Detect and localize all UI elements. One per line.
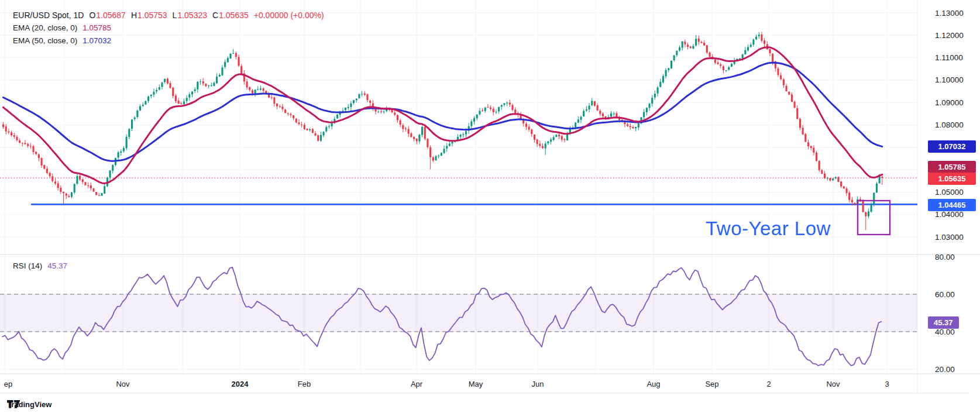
tradingview-logo-icon bbox=[7, 400, 20, 409]
ema50-label: EMA (50, close, 0) bbox=[13, 36, 77, 45]
rsi-axis-label: 60.00 bbox=[935, 290, 955, 299]
two-year-low-annotation[interactable]: Two-Year Low bbox=[706, 218, 831, 240]
price-axis-label: 1.12000 bbox=[935, 31, 964, 40]
candlestick-series bbox=[2, 32, 883, 230]
ema50-legend-row[interactable]: EMA (50, close, 0) 1.07032 bbox=[13, 36, 111, 45]
ema20-line bbox=[4, 47, 882, 184]
rsi-axis-label: 40.00 bbox=[935, 328, 955, 336]
low-label: L bbox=[173, 11, 177, 20]
price-axis-label: 1.13000 bbox=[935, 9, 964, 18]
time-axis-label: Jun bbox=[532, 380, 544, 388]
time-axis-label: Nov bbox=[826, 380, 840, 388]
rsi-legend-row[interactable]: RSI (14) 45.37 bbox=[13, 261, 67, 270]
time-axis-label: Nov bbox=[116, 380, 130, 388]
time-axis-label: May bbox=[469, 380, 483, 388]
ema20-legend-row[interactable]: EMA (20, close, 0) 1.05785 bbox=[13, 23, 111, 32]
tradingview-logo[interactable]: TradingView bbox=[7, 400, 51, 409]
time-axis-label: Aug bbox=[647, 380, 660, 388]
axis-badge: 1.07032 bbox=[928, 140, 976, 153]
time-axis-label: 2 bbox=[766, 380, 771, 388]
axis-badge: 1.04465 bbox=[928, 199, 976, 211]
rsi-axis-label: 80.00 bbox=[935, 253, 955, 261]
price-axis-label: 1.03000 bbox=[935, 233, 964, 242]
symbol-title: EUR/USD Spot, 1D bbox=[13, 11, 84, 20]
price-axis-label: 1.08000 bbox=[935, 121, 964, 129]
time-axis-label: Sep bbox=[705, 380, 718, 388]
high-value: 1.05753 bbox=[137, 11, 167, 20]
close-value: 1.05635 bbox=[219, 11, 249, 20]
ema50-value: 1.07032 bbox=[82, 36, 111, 45]
rsi-value: 45.37 bbox=[47, 261, 67, 270]
time-axis-label: Apr bbox=[411, 380, 423, 388]
ema20-label: EMA (20, close, 0) bbox=[13, 23, 77, 32]
time-axis[interactable]: epNov2024FebAprMayJunAugSep2Nov3 bbox=[4, 380, 889, 388]
price-axis-label: 1.04000 bbox=[935, 210, 964, 219]
low-value: 1.05323 bbox=[177, 11, 207, 20]
rsi-band bbox=[0, 294, 917, 332]
axis-badge: 45.37 bbox=[928, 316, 959, 329]
symbol-legend-row[interactable]: EUR/USD Spot, 1D O1.05687 H1.05753 L1.05… bbox=[13, 11, 324, 20]
price-axis-label: 1.10000 bbox=[935, 75, 964, 84]
ema50-line bbox=[4, 63, 882, 161]
price-axis-label: 1.11000 bbox=[935, 53, 963, 62]
price-axis-label: 1.05000 bbox=[935, 188, 964, 197]
open-value: 1.05687 bbox=[96, 11, 126, 20]
rsi-label: RSI (14) bbox=[13, 261, 42, 270]
price-axis-label: 1.09000 bbox=[935, 98, 964, 107]
tradingview-chart-window: 1.130001.120001.110001.100001.090001.080… bbox=[0, 0, 980, 420]
close-label: C bbox=[212, 11, 218, 20]
ema20-value: 1.05785 bbox=[82, 23, 111, 32]
time-axis-label: 2024 bbox=[232, 380, 249, 388]
axis-badge: 1.05785 bbox=[928, 161, 976, 173]
high-label: H bbox=[131, 11, 137, 20]
open-label: O bbox=[89, 11, 95, 20]
rsi-axis-label: 20.00 bbox=[935, 365, 955, 374]
chart-canvas[interactable]: 1.130001.120001.110001.100001.090001.080… bbox=[0, 0, 980, 420]
time-axis-label: ep bbox=[4, 380, 12, 388]
time-axis-label: Feb bbox=[298, 380, 311, 388]
change-value: +0.00000 (+0.00%) bbox=[254, 11, 324, 20]
axis-badge: 1.05635 bbox=[928, 173, 976, 185]
time-axis-label: 3 bbox=[885, 380, 889, 388]
